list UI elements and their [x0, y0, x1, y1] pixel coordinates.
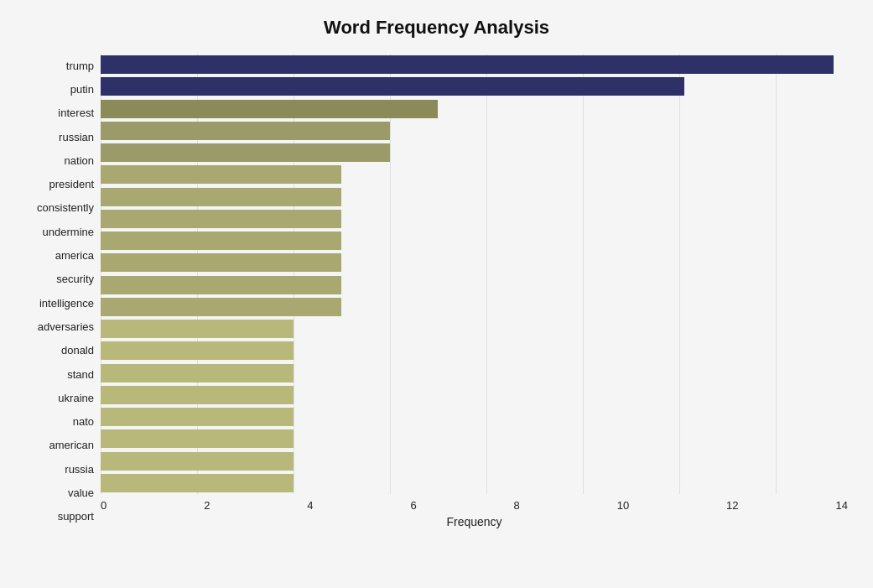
y-label-american: american [49, 440, 94, 450]
y-label-russia: russia [65, 464, 94, 475]
bar-donald [101, 320, 294, 338]
x-tick-0: 0 [101, 499, 107, 512]
bar-america [101, 232, 341, 250]
bar-putin [101, 77, 684, 96]
bar-nato [101, 386, 294, 404]
x-tick-10: 10 [617, 499, 629, 512]
bar-row-adversaries [101, 296, 848, 318]
bar-row-russian [101, 120, 848, 142]
y-label-security: security [56, 273, 94, 284]
x-tick-2: 2 [204, 499, 210, 512]
y-axis-labels: trumpputininterestrussiannationpresident… [25, 54, 101, 528]
bar-row-russia [101, 428, 848, 450]
bar-security [101, 253, 341, 272]
bar-row-putin [101, 75, 848, 97]
chart-container: Word Frequency Analysis trumpputinintere… [0, 0, 873, 588]
y-label-nato: nato [73, 416, 94, 427]
x-tick-12: 12 [726, 499, 738, 512]
bar-intelligence [101, 276, 341, 294]
bar-interest [101, 100, 438, 118]
y-label-putin: putin [70, 84, 94, 95]
y-label-nation: nation [65, 155, 94, 166]
x-axis-label: Frequency [101, 515, 848, 528]
y-label-trump: trump [66, 60, 94, 71]
bar-row-ukraine [101, 362, 848, 384]
bar-stand [101, 341, 294, 360]
y-label-undermine: undermine [43, 226, 94, 237]
x-tick-6: 6 [410, 499, 416, 512]
y-label-consistently: consistently [37, 202, 94, 213]
bar-row-value [101, 450, 848, 472]
bar-russia [101, 429, 294, 448]
y-label-support: support [58, 511, 94, 522]
bar-row-security [101, 252, 848, 273]
bar-row-undermine [101, 208, 848, 230]
bar-american [101, 408, 294, 426]
y-label-intelligence: intelligence [39, 298, 94, 309]
y-label-donald: donald [61, 345, 94, 356]
bar-row-support [101, 472, 848, 494]
bars-container [101, 54, 848, 494]
x-axis: 02468101214 [101, 494, 848, 512]
bar-row-nation [101, 142, 848, 164]
bar-row-donald [101, 318, 848, 340]
y-label-ukraine: ukraine [58, 393, 94, 403]
bar-adversaries [101, 298, 341, 316]
bar-row-intelligence [101, 274, 848, 296]
bar-ukraine [101, 364, 294, 382]
bar-row-america [101, 230, 848, 252]
bar-support [101, 474, 294, 492]
bar-russian [101, 122, 390, 140]
bar-undermine [101, 210, 341, 228]
bar-trump [101, 55, 834, 74]
y-label-value: value [68, 487, 94, 498]
bar-nation [101, 143, 390, 162]
bar-consistently [101, 188, 341, 206]
y-label-president: president [49, 179, 94, 190]
bar-row-president [101, 164, 848, 185]
bar-value [101, 452, 294, 471]
y-label-adversaries: adversaries [38, 321, 94, 332]
x-tick-14: 14 [835, 499, 847, 512]
plot-area: 02468101214 Frequency [101, 54, 848, 528]
y-label-america: america [55, 250, 94, 261]
bar-row-nato [101, 384, 848, 406]
bar-row-stand [101, 340, 848, 362]
x-tick-8: 8 [514, 499, 520, 512]
y-label-interest: interest [58, 107, 94, 118]
bar-row-interest [101, 98, 848, 120]
y-label-russian: russian [59, 132, 94, 143]
bar-row-american [101, 406, 848, 428]
bar-row-trump [101, 54, 848, 75]
y-label-stand: stand [67, 369, 94, 380]
chart-title: Word Frequency Analysis [25, 17, 848, 39]
bar-president [101, 165, 341, 184]
bar-row-consistently [101, 186, 848, 208]
x-tick-4: 4 [307, 499, 313, 512]
